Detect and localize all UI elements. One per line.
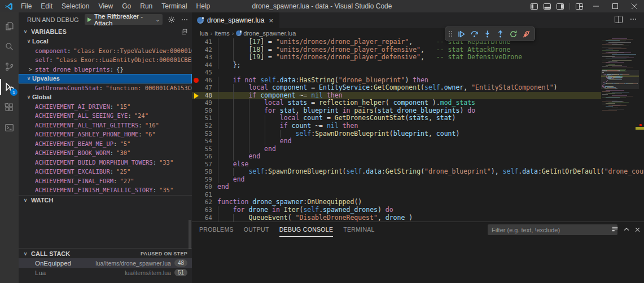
variable-row[interactable]: ACHIEVEMENT_ASHLEY_PHONE_HOME:"6": [19, 130, 192, 139]
maximize-panel-icon[interactable]: [623, 225, 630, 235]
menu-selection[interactable]: Selection: [57, 0, 94, 12]
editor-gutter[interactable]: 56: [192, 153, 217, 161]
editor-gutter[interactable]: 45: [192, 69, 217, 77]
disconnect-button[interactable]: [520, 28, 532, 40]
panel-tab-terminal[interactable]: TERMINAL: [343, 222, 375, 237]
variables-pane-header[interactable]: ∨ VARIABLES: [19, 26, 192, 37]
editor-gutter[interactable]: 42: [192, 46, 217, 54]
editor-gutter[interactable]: 60: [192, 183, 217, 191]
panel-tab-debug-console[interactable]: DEBUG CONSOLE: [279, 222, 334, 237]
panel-tab-output[interactable]: OUTPUT: [244, 222, 269, 237]
call-stack-frame[interactable]: Lualua/items/item.lua51: [19, 268, 192, 277]
step-over-button[interactable]: [468, 28, 480, 40]
code-editor[interactable]: 41 [17] = "units/drones/drone_player_rep…: [192, 38, 644, 222]
continue-button[interactable]: [455, 28, 467, 40]
breakpoint-margin[interactable]: [192, 93, 200, 99]
watch-pane-header[interactable]: ∨ WATCH: [19, 195, 192, 205]
editor-gutter[interactable]: 55: [192, 145, 217, 153]
editor-gutter[interactable]: 61: [192, 191, 217, 199]
close-button[interactable]: [625, 0, 644, 12]
collapse-all-icon[interactable]: [180, 28, 187, 36]
filter-icon[interactable]: [611, 225, 619, 235]
editor-gutter[interactable]: 47: [192, 84, 217, 92]
debug-console-filter-input[interactable]: [488, 224, 617, 235]
step-into-button[interactable]: [481, 28, 493, 40]
toolbar-drag-handle[interactable]: [449, 31, 452, 37]
split-editor-icon[interactable]: [615, 15, 623, 25]
editor-gutter[interactable]: 43: [192, 54, 217, 61]
variable-row[interactable]: GetDronesCountStat:"function: 000001CA61…: [19, 83, 192, 93]
variable-row[interactable]: ACHIEVEMENT_FINAL_FORM:"27": [19, 176, 192, 186]
menu-file[interactable]: File: [16, 0, 36, 12]
editor-gutter[interactable]: 53: [192, 130, 217, 138]
variable-row[interactable]: ACHIEVEMENT_BEAM_ME_UP:"5": [19, 139, 192, 149]
editor-gutter[interactable]: 41: [192, 38, 217, 46]
variable-row[interactable]: ACHIEVEMENT_AI_DRIVEN:"15": [19, 102, 192, 112]
breakpoint-margin[interactable]: [192, 78, 200, 83]
variable-row[interactable]: ACHIEVEMENT_ALL_THAT_GLITTERS:"16": [19, 121, 192, 130]
breakpoint-icon[interactable]: [194, 78, 199, 83]
variables-scope-upvalues[interactable]: ∨Upvalues: [19, 74, 192, 83]
more-actions-icon[interactable]: [181, 16, 189, 24]
step-out-button[interactable]: [494, 28, 506, 40]
panel-tab-problems[interactable]: PROBLEMS: [199, 222, 234, 237]
explorer-icon[interactable]: [0, 16, 19, 36]
variables-scope-local[interactable]: ∨Local: [19, 37, 192, 46]
toggle-sidebar-icon[interactable]: [531, 3, 538, 10]
menu-edit[interactable]: Edit: [36, 0, 57, 12]
source-control-icon[interactable]: [0, 56, 19, 77]
breadcrumb-item[interactable]: items: [214, 30, 229, 37]
variable-row[interactable]: ACHIEVEMENT_EXCALIBUR:"25": [19, 167, 192, 176]
minimap[interactable]: [601, 38, 639, 222]
variable-row[interactable]: ACHIEVEMENT_ALL_SEEING_EYE:"24": [19, 111, 192, 121]
terminal-view-icon[interactable]: [0, 117, 19, 138]
editor-more-actions-icon[interactable]: [629, 15, 637, 25]
menu-run[interactable]: Run: [135, 0, 157, 12]
editor-gutter[interactable]: 51: [192, 114, 217, 122]
editor-gutter[interactable]: 63: [192, 206, 217, 214]
editor-gutter[interactable]: 50: [192, 107, 217, 115]
extensions-icon[interactable]: [0, 97, 19, 117]
variables-scope-global[interactable]: ∨Global: [19, 92, 192, 102]
toggle-panel-icon[interactable]: [544, 3, 551, 10]
variable-row[interactable]: component:"class Exor::TypeValueView:000…: [19, 46, 192, 56]
menu-go[interactable]: Go: [117, 0, 135, 12]
editor-gutter[interactable]: 46: [192, 77, 217, 85]
launch-config-dropdown[interactable]: The Riftbreaker - Attach ⌄: [85, 14, 163, 25]
search-icon[interactable]: [0, 36, 19, 56]
editor-gutter[interactable]: 59: [192, 176, 217, 184]
maximize-button[interactable]: [606, 0, 625, 12]
breadcrumb-item[interactable]: lua: [200, 30, 208, 37]
start-debug-icon[interactable]: [87, 17, 91, 22]
editor-gutter[interactable]: 58: [192, 168, 217, 176]
variable-row[interactable]: ACHIEVEMENT_BUILD_MORPHIUM_TOWERS:"33": [19, 158, 192, 167]
overview-ruler[interactable]: [639, 38, 644, 222]
gear-icon[interactable]: [168, 16, 176, 24]
call-stack-pane-header[interactable]: ∨ CALL STACK PAUSED ON STEP: [19, 248, 192, 258]
call-stack-frame[interactable]: OnEquippedlua/items/drone_spawner.lua48: [19, 258, 192, 268]
close-tab-icon[interactable]: ×: [268, 16, 274, 25]
editor-gutter[interactable]: 62: [192, 198, 217, 206]
editor-gutter[interactable]: 52: [192, 122, 217, 130]
variable-row[interactable]: self:"class Exor::LuaEntityObject:000001…: [19, 55, 192, 65]
toggle-secondary-sidebar-icon[interactable]: [557, 3, 564, 10]
variable-row[interactable]: ACHIEVEMENT_FINISH_METALLIC_STORY:"35": [19, 185, 192, 195]
menu-help[interactable]: Help: [192, 0, 215, 12]
menu-view[interactable]: View: [94, 0, 117, 12]
menu-terminal[interactable]: Terminal: [157, 0, 191, 12]
editor-gutter[interactable]: 54: [192, 138, 217, 145]
sidebar-scrollbar[interactable]: [189, 220, 191, 249]
editor-gutter[interactable]: 49: [192, 99, 217, 107]
editor-gutter[interactable]: 44: [192, 61, 217, 69]
minimize-button[interactable]: [586, 0, 606, 12]
breadcrumb-item[interactable]: drone_spawner.lua: [243, 30, 296, 37]
run-and-debug-icon[interactable]: 1: [0, 77, 19, 97]
variable-row[interactable]: >stat_drone_blueprints:{}: [19, 65, 192, 74]
variable-row[interactable]: ACHIEVEMENT_BOOK_WORM:"30": [19, 148, 192, 158]
customize-layout-icon[interactable]: [576, 3, 583, 10]
editor-gutter[interactable]: 48: [192, 92, 217, 100]
editor-gutter[interactable]: 57: [192, 161, 217, 169]
restart-button[interactable]: [507, 28, 519, 40]
close-panel-icon[interactable]: [634, 225, 641, 235]
tab-drone-spawner[interactable]: drone_spawner.lua ×: [192, 12, 279, 28]
